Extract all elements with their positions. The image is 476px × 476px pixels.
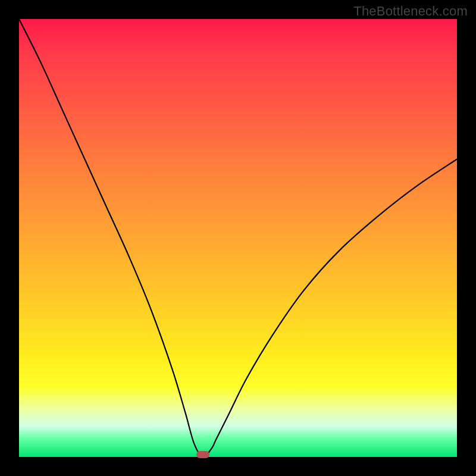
bottleneck-curve bbox=[19, 19, 457, 457]
curve-svg bbox=[19, 19, 457, 457]
chart-frame: TheBottleneck.com bbox=[0, 0, 476, 476]
optimum-marker bbox=[196, 451, 209, 458]
watermark-text: TheBottleneck.com bbox=[353, 4, 468, 19]
plot-area bbox=[19, 19, 457, 457]
